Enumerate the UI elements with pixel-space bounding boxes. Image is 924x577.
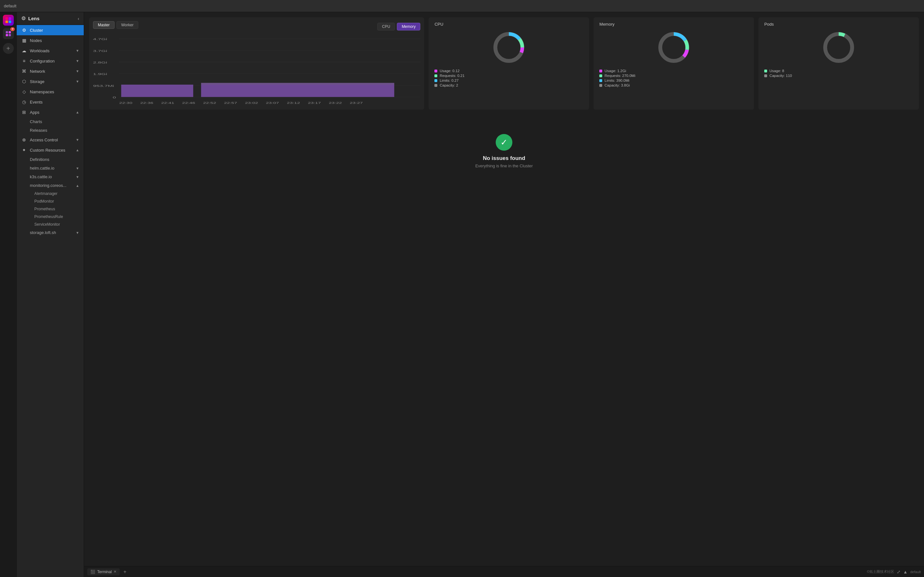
sidebar-item-configuration[interactable]: ≡ Configuration ▼	[17, 56, 84, 66]
tab-worker[interactable]: Worker	[116, 21, 138, 29]
sidebar-deep-label-prometheusrule: PrometheusRule	[34, 214, 63, 219]
memory-usage-item: Usage: 1.2Gi	[599, 69, 748, 73]
tab-memory[interactable]: Memory	[397, 23, 420, 31]
pods-usage-label: Usage: 8	[769, 69, 784, 73]
top-bar: default	[0, 0, 924, 12]
cpu-capacity-dot	[435, 84, 437, 87]
sidebar-sub-definitions[interactable]: Definitions	[17, 155, 84, 164]
cpu-capacity-label: Capacity: 2	[439, 83, 458, 87]
sidebar-sub-k3s-cattle[interactable]: k3s.cattle.io ▼	[17, 172, 84, 181]
svg-point-44	[825, 34, 852, 61]
dashboard: Master Worker CPU Memory	[84, 12, 924, 566]
svg-rect-6	[6, 34, 8, 36]
terminal-close-icon[interactable]: ✕	[113, 570, 116, 574]
main-layout: 7 + ⚙ Lens ‹ ⚙ Cluster ▦ Nodes ☁ Workloa…	[0, 12, 924, 577]
svg-text:22:36: 22:36	[140, 101, 153, 105]
main-content: Master Worker CPU Memory	[84, 12, 924, 577]
collapse-icon[interactable]: ‹	[78, 16, 79, 21]
memory-limits-item: Limits: 390.0Mi	[599, 79, 748, 82]
sidebar-label-access-control: Access Control	[30, 137, 76, 142]
sidebar-deep-servicemonitor[interactable]: ServiceMonitor	[17, 221, 84, 228]
chevron-down-icon: ▼	[76, 49, 79, 53]
chevron-down-icon: ▼	[76, 59, 79, 63]
sidebar-deep-label-alertmanager: Alertmanager	[34, 191, 57, 196]
cpu-donut-title: CPU	[435, 22, 443, 27]
metric-type-tabs: CPU Memory	[377, 23, 421, 31]
cpu-donut-legend: Usage: 0.12 Requests: 0.21 Limits: 0.27	[435, 69, 583, 88]
chevron-up-icon: ▲	[76, 184, 79, 187]
pods-donut-title: Pods	[764, 22, 774, 27]
sidebar-item-access-control[interactable]: ⊕ Access Control ▼	[17, 135, 84, 145]
memory-donut-legend: Usage: 1.2Gi Requests: 270.0Mi Limits: 3…	[599, 69, 748, 88]
sidebar-deep-label-prometheus: Prometheus	[34, 207, 55, 211]
svg-text:23:02: 23:02	[245, 101, 258, 105]
memory-usage-dot	[599, 69, 602, 73]
chevron-down-icon: ▼	[76, 79, 79, 83]
sidebar-item-apps[interactable]: ⊞ Apps ▲	[17, 107, 84, 117]
svg-text:23:17: 23:17	[308, 101, 321, 105]
cpu-usage-label: Usage: 0.12	[439, 69, 459, 73]
memory-capacity-label: Capacity: 3.8Gi	[604, 83, 630, 87]
sidebar-item-nodes[interactable]: ▦ Nodes	[17, 35, 84, 45]
add-cluster-button[interactable]: +	[3, 43, 14, 54]
sidebar-sub-label-charts: Charts	[30, 119, 42, 124]
tab-cpu[interactable]: CPU	[377, 23, 395, 31]
lens-cluster-icon[interactable]: 7	[3, 28, 14, 39]
apps-icon: ⊞	[21, 110, 27, 115]
terminal-chevron-up-icon[interactable]: ▲	[903, 569, 908, 574]
terminal-tab-label: Terminal	[97, 570, 111, 574]
memory-donut-svg	[656, 30, 691, 65]
memory-capacity-dot	[599, 84, 602, 87]
sidebar-sub-releases[interactable]: Releases	[17, 126, 84, 135]
sidebar-sub-monitoring-coreos[interactable]: monitoring.coreos... ▲	[17, 181, 84, 190]
terminal-bar: ⬛ Terminal ✕ + ©拓土圈技术社区 ⤢ ▲ default	[84, 566, 924, 577]
sidebar-deep-prometheus[interactable]: Prometheus	[17, 205, 84, 213]
sidebar-deep-prometheusrule[interactable]: PrometheusRule	[17, 213, 84, 221]
chart-svg: 4.7Gi 3.7Gi 2.8Gi 1.9Gi 953.7Mi 0	[93, 35, 420, 106]
sidebar-label-apps: Apps	[30, 110, 76, 115]
svg-rect-3	[9, 21, 11, 23]
access-control-icon: ⊕	[21, 137, 27, 142]
terminal-namespace: default	[910, 570, 921, 574]
plus-icon: +	[6, 45, 10, 52]
memory-requests-item: Requests: 270.0Mi	[599, 74, 748, 77]
sidebar-deep-podmonitor[interactable]: PodMonitor	[17, 197, 84, 205]
sidebar-sub-charts[interactable]: Charts	[17, 117, 84, 126]
svg-rect-5	[9, 31, 11, 33]
pods-usage-dot	[764, 69, 767, 73]
cpu-limits-dot	[435, 79, 437, 82]
sidebar-label-cluster: Cluster	[30, 28, 79, 33]
svg-text:4.7Gi: 4.7Gi	[93, 37, 107, 41]
terminal-community-text: ©拓土圈技术社区	[867, 569, 894, 574]
cpu-donut-card: CPU	[429, 17, 589, 110]
terminal-tab[interactable]: ⬛ Terminal ✕	[87, 568, 120, 575]
terminal-expand-icon[interactable]: ⤢	[897, 569, 901, 574]
sidebar-item-cluster[interactable]: ⚙ Cluster	[17, 25, 84, 35]
tab-master[interactable]: Master	[93, 21, 115, 29]
sidebar-item-storage[interactable]: ⬡ Storage ▼	[17, 76, 84, 87]
memory-donut-title: Memory	[599, 22, 614, 27]
sidebar-item-workloads[interactable]: ☁ Workloads ▼	[17, 45, 84, 56]
chevron-down-icon: ▼	[76, 138, 79, 142]
sidebar-item-network[interactable]: ⌘ Network ▼	[17, 66, 84, 76]
chevron-down-icon: ▼	[76, 69, 79, 73]
sidebar-sub-helm-cattle[interactable]: helm.cattle.io ▼	[17, 164, 84, 172]
sidebar-sub-storage-loft[interactable]: storage.loft.sh ▼	[17, 228, 84, 237]
app-logo[interactable]	[3, 15, 14, 26]
svg-rect-7	[9, 34, 11, 36]
pods-usage-item: Usage: 8	[764, 69, 913, 73]
svg-text:23:07: 23:07	[266, 101, 279, 105]
svg-text:22:57: 22:57	[224, 101, 237, 105]
terminal-add-tab-button[interactable]: +	[121, 568, 129, 576]
chart-tabs-row: Master Worker CPU Memory	[93, 21, 420, 32]
sidebar-item-namespaces[interactable]: ◇ Namespaces	[17, 87, 84, 97]
cpu-donut-svg	[491, 30, 527, 65]
sidebar-sub-label-releases: Releases	[30, 128, 47, 133]
sidebar-deep-alertmanager[interactable]: Alertmanager	[17, 190, 84, 197]
sidebar-item-events[interactable]: ◷ Events	[17, 97, 84, 107]
icon-sidebar: 7 +	[0, 12, 17, 577]
svg-text:0: 0	[113, 95, 116, 99]
sidebar-item-custom-resources[interactable]: ✦ Custom Resources ▲	[17, 145, 84, 155]
chevron-down-icon: ▼	[76, 175, 79, 179]
svg-text:23:12: 23:12	[287, 101, 300, 105]
